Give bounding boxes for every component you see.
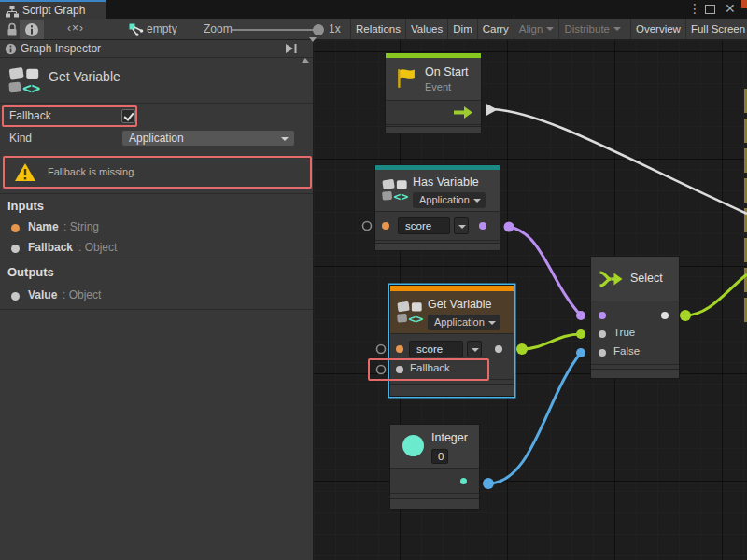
fallback-port-highlight-box [368,358,489,381]
distribute-button: Distribute [558,19,626,39]
inspector-toggle-button[interactable] [20,20,44,39]
variable-name-dropdown[interactable] [454,217,469,234]
flow-output-port[interactable] [486,104,498,117]
outputs-header: Outputs [7,265,54,279]
inspector-header: Graph Inspector [0,40,313,58]
false-port-label: False [613,345,640,357]
relations-button[interactable]: Relations [350,19,405,39]
zoom-value: 1x [329,22,341,35]
chevron-down-icon [281,137,289,141]
chevron-down-icon [546,27,554,31]
unconnected-port-ring[interactable] [377,345,386,354]
green-port[interactable] [576,329,585,339]
input-row-fallback: Fallback : Object [0,241,313,256]
dim-button[interactable]: Dim [447,19,476,39]
purple-port[interactable] [504,222,514,232]
window-menu-icon[interactable]: ⋮ [688,1,701,16]
node-integer[interactable]: Integer 0 [390,425,479,509]
flow-arrow-icon[interactable] [453,105,473,119]
condition-input-port[interactable] [599,312,606,319]
tab-bar: Script Graph ⋮ ✕ [0,0,747,19]
false-input-port[interactable] [599,349,606,357]
input-row-name: Name : String [0,220,313,235]
kind-dropdown[interactable]: Application [121,130,295,147]
kind-value: Application [129,132,184,145]
chevron-down-icon [458,225,466,229]
warning-text: Fallback is missing. [48,166,136,177]
scroll-up-icon[interactable] [302,42,309,63]
graph-inspector-panel: Graph Inspector <> Get Variable Fallback… [0,40,314,560]
code-preview-icon[interactable]: ‹×› [67,21,84,35]
variable-unit-icon: <> [7,65,41,95]
zoom-label: Zoom [204,22,233,35]
chevron-down-icon [488,321,496,325]
full-screen-button[interactable]: Full Screen [685,19,747,39]
port-dot [11,292,20,301]
graph-canvas[interactable]: On Start Event <> Has Var [314,40,747,560]
corner-notch [741,0,747,8]
blue-port[interactable] [576,348,585,357]
zoom-slider-track[interactable] [232,29,314,31]
value-output-port[interactable] [460,478,467,484]
variable-name-field[interactable]: score [398,217,450,234]
dock-forward-icon[interactable] [285,43,298,54]
zoom-slider-knob[interactable] [313,24,324,35]
values-button[interactable]: Values [405,19,447,39]
selection-output-port[interactable] [661,312,669,319]
svg-text:<>: <> [409,312,424,325]
lock-icon[interactable] [6,22,19,37]
flag-icon [395,67,416,89]
kind-label: Kind [9,132,32,145]
green-port[interactable] [516,343,528,355]
unit-title: Get Variable [49,69,120,84]
info-icon [24,22,39,37]
svg-text:<>: <> [394,189,409,203]
port-dot [11,245,20,253]
close-icon[interactable]: ✕ [725,1,736,16]
node-select[interactable]: Select True False [591,257,679,378]
name-input-port[interactable] [382,222,389,230]
toolbar-buttons: Relations Values Dim Carry Align Distrib… [350,19,747,39]
variable-icon: <> [381,177,409,203]
wire-getvariable-to-true [522,334,581,349]
variable-name-field[interactable]: score [409,341,463,357]
wire-hasvariable-to-select [509,227,581,315]
output-row-value: Value : Object [0,288,313,303]
warning-icon [14,162,36,182]
tab-script-graph[interactable]: Script Graph [0,0,106,19]
scroll-arrows[interactable] [302,42,310,59]
graph-name-label: empty [147,22,177,35]
value-output-port[interactable] [495,345,502,353]
maximize-icon[interactable] [705,5,715,14]
variable-kind-dropdown[interactable]: Application [428,315,500,330]
chevron-down-icon [613,27,621,31]
chevron-down-icon [472,348,479,352]
green-port[interactable] [680,310,691,321]
true-input-port[interactable] [599,330,606,338]
graph-toolbar: ‹×› empty Zoom 1x Relations Values Dim C… [0,19,747,40]
unconnected-port-ring[interactable] [363,222,372,231]
integer-value-field[interactable]: 0 [431,449,448,464]
svg-text:<>: <> [22,79,40,95]
true-port-label: True [613,327,635,338]
node-on-start[interactable]: On Start Event [386,53,481,133]
script-graph-window: Script Graph ⋮ ✕ ‹×› empty Zoom [0,0,747,560]
align-button: Align [514,19,559,39]
result-output-port[interactable] [479,222,486,230]
purple-port[interactable] [576,311,585,320]
wire-onstart-flow [493,109,747,214]
wire-select-output [685,274,747,315]
node-has-variable[interactable]: <> Has Variable Application score [375,165,500,250]
variable-name-dropdown[interactable] [467,341,482,357]
port-dot [11,224,20,232]
carry-button[interactable]: Carry [477,19,514,39]
fallback-highlight-box [2,105,137,127]
variable-kind-dropdown[interactable]: Application [413,192,486,208]
chevron-down-icon [473,199,481,203]
variable-icon: <> [396,300,424,325]
graph-icon [129,23,144,36]
integer-literal-icon [402,435,424,456]
overview-button[interactable]: Overview [630,19,685,39]
name-input-port[interactable] [396,345,403,353]
blue-port[interactable] [483,478,494,489]
